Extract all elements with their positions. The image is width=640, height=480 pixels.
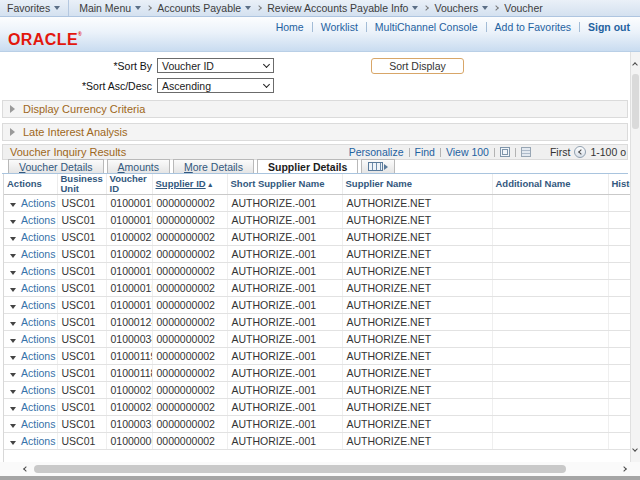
column-header-actions[interactable]: Actions [4, 174, 57, 194]
row-actions-link[interactable]: Actions [21, 316, 55, 328]
cell-actions: Actions [4, 245, 57, 262]
scroll-left-icon[interactable] [23, 466, 29, 472]
favorites-menu[interactable]: Favorites [7, 2, 60, 14]
cell-actions: Actions [4, 262, 57, 279]
column-header-business-unit[interactable]: Business Unit [57, 174, 106, 194]
cell-supplier-name: AUTHORIZE.NET [342, 262, 492, 279]
table-row: Actions USC01 01000024 0000000002 AUTHOR… [4, 398, 630, 415]
cell-history [608, 279, 630, 296]
cell-supplier-name: AUTHORIZE.NET [342, 381, 492, 398]
show-all-columns-button[interactable] [361, 159, 395, 173]
table-row: Actions USC01 01000022 0000000002 AUTHOR… [4, 245, 630, 262]
row-actions-link[interactable]: Actions [21, 299, 55, 311]
row-actions-link[interactable]: Actions [21, 231, 55, 243]
column-header-supplier-id[interactable]: Supplier ID▲ [152, 174, 227, 194]
tab-supplier-details[interactable]: Supplier Details [257, 159, 358, 173]
column-label: Short Supplier Name [231, 178, 325, 189]
row-actions-link[interactable]: Actions [21, 384, 55, 396]
tab-amounts[interactable]: Amounts [107, 159, 170, 173]
row-actions-link[interactable]: Actions [21, 350, 55, 362]
scroll-right-icon[interactable] [621, 466, 627, 472]
first-page-icon[interactable] [574, 146, 586, 158]
horizontal-scrollbar[interactable] [0, 462, 640, 476]
cell-short-supplier-name: AUTHORIZE.-001 [227, 279, 342, 296]
cell-supplier-id: 0000000002 [152, 245, 227, 262]
breadcrumb-item-accounts-payable[interactable]: Accounts Payable [157, 2, 251, 14]
row-actions-link[interactable]: Actions [21, 214, 55, 226]
cell-supplier-id: 0000000002 [152, 211, 227, 228]
row-actions-link[interactable]: Actions [21, 248, 55, 260]
chevron-down-icon [135, 6, 141, 10]
sort-asc-desc-select[interactable]: Ascending [157, 78, 274, 93]
late-interest-analysis-section[interactable]: Late Interest Analysis [2, 123, 628, 141]
row-actions-link[interactable]: Actions [21, 435, 55, 447]
column-header-history[interactable]: History [608, 174, 630, 194]
vertical-scrollbar-thumb[interactable] [632, 74, 639, 129]
column-label: Supplier Name [346, 178, 413, 189]
cell-additional-name [492, 415, 608, 432]
column-label: Actions [7, 178, 42, 189]
pagination: First 1-100 o [550, 146, 626, 158]
row-actions-link[interactable]: Actions [21, 282, 55, 294]
sort-display-button[interactable]: Sort Display [371, 58, 464, 74]
cell-supplier-id: 0000000002 [152, 194, 227, 211]
download-icon[interactable] [521, 147, 531, 157]
find-link[interactable]: Find [415, 146, 435, 158]
tab-label: Supplier Details [268, 161, 347, 173]
cell-history [608, 415, 630, 432]
zoom-grid-icon[interactable] [500, 147, 510, 157]
chevron-down-icon [263, 60, 270, 67]
row-actions-link[interactable]: Actions [21, 333, 55, 345]
oracle-logo: ORACLE® [8, 31, 82, 49]
tab-voucher-details[interactable]: Voucher Details [8, 159, 104, 173]
breadcrumb-item-voucher[interactable]: Voucher [504, 2, 543, 14]
cell-additional-name [492, 313, 608, 330]
page-content: *Sort By Voucher ID Sort Display *Sort A… [0, 52, 630, 462]
row-actions-link[interactable]: Actions [21, 265, 55, 277]
cell-short-supplier-name: AUTHORIZE.-001 [227, 313, 342, 330]
personalize-link[interactable]: Personalize [349, 146, 404, 158]
row-actions-link[interactable]: Actions [21, 367, 55, 379]
view-100-link[interactable]: View 100 [446, 146, 489, 158]
worklist-link[interactable]: Worklist [321, 21, 358, 33]
horizontal-scrollbar-thumb[interactable] [34, 465, 566, 473]
breadcrumb: Favorites Main Menu Accounts Payable Rev… [0, 0, 640, 17]
home-link[interactable]: Home [276, 21, 304, 33]
add-to-favorites-link[interactable]: Add to Favorites [495, 21, 571, 33]
breadcrumb-item-review-ap-info[interactable]: Review Accounts Payable Info [267, 2, 418, 14]
cell-actions: Actions [4, 194, 57, 211]
display-currency-criteria-section[interactable]: Display Currency Criteria [2, 100, 628, 118]
row-actions-link[interactable]: Actions [21, 197, 55, 209]
cell-supplier-id: 0000000002 [152, 364, 227, 381]
breadcrumb-item-main-menu[interactable]: Main Menu [79, 2, 141, 14]
expand-arrow-icon [10, 128, 15, 136]
column-header-supplier-name[interactable]: Supplier Name [342, 174, 492, 194]
row-actions-link[interactable]: Actions [21, 401, 55, 413]
cell-supplier-id: 0000000002 [152, 432, 227, 449]
cell-short-supplier-name: AUTHORIZE.-001 [227, 347, 342, 364]
breadcrumb-label: Accounts Payable [157, 2, 241, 14]
grid-body: Actions USC01 01000019 0000000002 AUTHOR… [4, 194, 630, 449]
breadcrumb-item-vouchers[interactable]: Vouchers [434, 2, 488, 14]
column-header-additional-name[interactable]: Additional Name [492, 174, 608, 194]
sort-by-select[interactable]: Voucher ID [157, 58, 274, 73]
row-range-label: 1-100 o [590, 146, 626, 158]
cell-supplier-id: 0000000002 [152, 398, 227, 415]
vertical-scrollbar[interactable] [630, 52, 640, 462]
cell-voucher-id: 01000018 [106, 211, 152, 228]
actions-caret-icon [10, 322, 16, 326]
scroll-up-icon[interactable] [632, 62, 638, 68]
scroll-down-icon[interactable] [632, 446, 638, 452]
table-row: Actions USC01 01000015 0000000002 AUTHOR… [4, 279, 630, 296]
actions-caret-icon [10, 203, 16, 207]
column-header-short-supplier-name[interactable]: Short Supplier Name [227, 174, 342, 194]
table-row: Actions USC01 01000016 0000000002 AUTHOR… [4, 262, 630, 279]
sign-out-link[interactable]: Sign out [588, 21, 630, 33]
tab-more-details[interactable]: More Details [173, 159, 254, 173]
table-row: Actions USC01 01000124 0000000002 AUTHOR… [4, 313, 630, 330]
table-row: Actions USC01 01000118 0000000002 AUTHOR… [4, 364, 630, 381]
row-actions-link[interactable]: Actions [21, 418, 55, 430]
column-header-voucher-id[interactable]: Voucher ID [106, 174, 152, 194]
multichannel-console-link[interactable]: MultiChannel Console [375, 21, 478, 33]
cell-voucher-id: 01000006 [106, 432, 152, 449]
